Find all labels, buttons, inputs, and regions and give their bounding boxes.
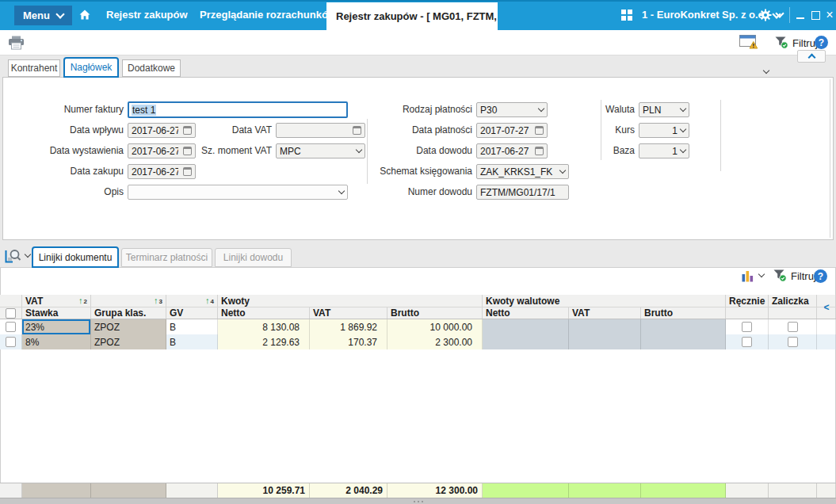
detail-filter-button[interactable]: Filtruj (773, 269, 816, 282)
layout-search-button[interactable] (5, 249, 22, 266)
header-cell-vat[interactable]: VAT (310, 307, 387, 319)
header-cell-kw-brutto[interactable]: Brutto (641, 307, 726, 319)
home-icon[interactable] (78, 9, 91, 23)
group-cell-recznie[interactable]: Ręcznie (726, 295, 769, 307)
close-button[interactable]: × (823, 0, 836, 30)
advance-checkbox[interactable] (788, 337, 798, 347)
cell-stawka[interactable]: 8% (22, 334, 91, 349)
detail-tab-linijki-dokumentu[interactable]: Linijki dokumentu (32, 246, 119, 268)
header-cell-gv[interactable]: GV (166, 307, 218, 319)
numer-faktury-field[interactable]: test 1 (128, 101, 348, 118)
kurs-select[interactable]: 1 (639, 123, 689, 138)
opis-select[interactable] (128, 185, 348, 200)
validation-dropdown-chevron-icon[interactable] (763, 67, 769, 74)
help-button[interactable]: ? (815, 36, 828, 49)
cell-gv[interactable]: B (166, 334, 218, 349)
calendar-icon[interactable] (535, 126, 544, 135)
cell-kw-netto[interactable] (483, 319, 569, 334)
group-cell-kwoty-walutowe[interactable]: Kwoty walutowe (483, 295, 726, 307)
data-dowodu-field[interactable]: 2017-06-27 (476, 143, 548, 158)
group-cell-gv[interactable]: ↑4 (166, 295, 218, 307)
header-cell-kw-netto[interactable]: Netto (483, 307, 569, 319)
header-cell-netto[interactable]: Netto (218, 307, 310, 319)
cell-brutto[interactable]: 2 300.00 (387, 334, 483, 349)
cell-kw-vat[interactable] (569, 334, 641, 349)
group-cell-zaliczka[interactable]: Zaliczka (769, 295, 817, 307)
group-cell-vat[interactable]: VAT ↑2 (22, 295, 91, 307)
baza-select[interactable]: 1 (639, 143, 689, 158)
detail-tab-terminarz-platnosci[interactable]: Terminarz płatności (121, 248, 212, 267)
totals-zaliczka-cell (769, 483, 817, 498)
cell-brutto[interactable]: 10 000.00 (387, 319, 483, 334)
cell-kw-brutto[interactable] (641, 334, 726, 349)
cell-netto[interactable]: 8 130.08 (218, 319, 310, 334)
schemat-ksiegowania-select[interactable]: ZAK_KRKS1_FK (476, 164, 569, 179)
gear-icon[interactable] (759, 9, 772, 24)
row-checkbox[interactable] (6, 337, 16, 347)
print-button[interactable] (8, 36, 25, 50)
cell-recznie (726, 319, 769, 334)
chevron-down-icon (55, 10, 64, 18)
totals-edge-cell (817, 483, 836, 498)
manual-checkbox[interactable] (742, 322, 752, 332)
group-cell-kwoty[interactable]: Kwoty (218, 295, 483, 307)
menu-button[interactable]: Menu (14, 6, 72, 25)
cell-grupa-klas[interactable]: ZPOZ (91, 334, 166, 349)
numer-faktury-value: test 1 (132, 105, 156, 116)
detail-help-button[interactable]: ? (814, 269, 827, 283)
cell-vat[interactable]: 1 869.92 (310, 319, 387, 334)
magnifier-layout-icon (5, 249, 22, 264)
rodzaj-platnosci-select[interactable]: P30 (476, 102, 548, 117)
nav-tab-rejestr-zakupow[interactable]: Rejestr zakupów (101, 0, 193, 30)
filter-button[interactable]: Filtruj (775, 36, 818, 49)
minimize-button[interactable] (793, 0, 807, 30)
advance-checkbox[interactable] (788, 322, 798, 332)
validation-warning-button[interactable] (739, 35, 758, 50)
cell-gv[interactable]: B (166, 319, 218, 334)
layout-dropdown-chevron-icon[interactable] (25, 251, 31, 258)
collapse-panel-button[interactable] (797, 50, 826, 63)
help-icon: ? (818, 271, 823, 282)
tab-dodatkowe[interactable]: Dodatkowe (122, 59, 181, 77)
chart-button[interactable] (742, 270, 754, 284)
cell-vat[interactable]: 170.37 (310, 334, 387, 349)
header-cell-brutto[interactable]: Brutto (387, 307, 483, 319)
cell-edge (817, 334, 836, 349)
data-zakupu-field[interactable]: 2017-06-27 (128, 164, 196, 179)
nav-tab-przegladanie-rozrachunkow[interactable]: Przeglądanie rozrachunków (195, 0, 341, 30)
calendar-icon[interactable] (183, 167, 192, 176)
row-checkbox[interactable] (6, 322, 16, 332)
active-window-tab[interactable]: Rejestr zakupów - [ MG01, FZTM,1 (326, 2, 498, 30)
numer-faktury-label: Numer faktury (3, 102, 124, 117)
waluta-select[interactable]: PLN (639, 102, 689, 117)
collapse-columns-button[interactable]: < (817, 295, 836, 319)
cell-grupa-klas[interactable]: ZPOZ (91, 319, 166, 334)
opis-label: Opis (3, 185, 124, 200)
tab-kontrahent[interactable]: Kontrahent (8, 59, 60, 77)
calendar-icon[interactable] (535, 147, 544, 155)
manual-checkbox[interactable] (742, 337, 752, 347)
cell-kw-brutto[interactable] (641, 319, 726, 334)
header-cell-stawka[interactable]: Stawka (22, 307, 91, 319)
baza-label: Baza (579, 143, 635, 158)
header-cell-grupa-klas[interactable]: Grupa klas. (91, 307, 166, 319)
cell-kw-netto[interactable] (483, 334, 569, 349)
header-cell-zaliczka-sub (769, 307, 817, 319)
tab-naglowek[interactable]: Nagłówek (63, 57, 119, 78)
header-cell-kw-vat[interactable]: VAT (569, 307, 641, 319)
detail-tab-linijki-dowodu[interactable]: Linijki dowodu (215, 248, 292, 267)
maximize-button[interactable] (808, 0, 823, 30)
select-all-cell (0, 307, 22, 319)
company-name: 1 - EuroKonkret Sp. z o.o. (642, 0, 767, 30)
data-platnosci-field[interactable]: 2017-07-27 (476, 123, 548, 138)
horizontal-scrollbar[interactable] (0, 498, 836, 504)
kurs-value: 1 (643, 125, 678, 136)
cell-kw-vat[interactable] (569, 319, 641, 334)
cell-stawka[interactable]: 23% (22, 319, 91, 334)
select-all-checkbox[interactable] (6, 308, 16, 319)
apps-grid-icon[interactable] (621, 10, 632, 21)
numer-dowodu-field[interactable]: FZTM/MG01/17/1 (476, 185, 569, 200)
group-cell-grupa[interactable]: ↑3 (91, 295, 166, 307)
cell-netto[interactable]: 2 129.63 (218, 334, 310, 349)
totals-vat: 2 040.29 (310, 483, 387, 498)
